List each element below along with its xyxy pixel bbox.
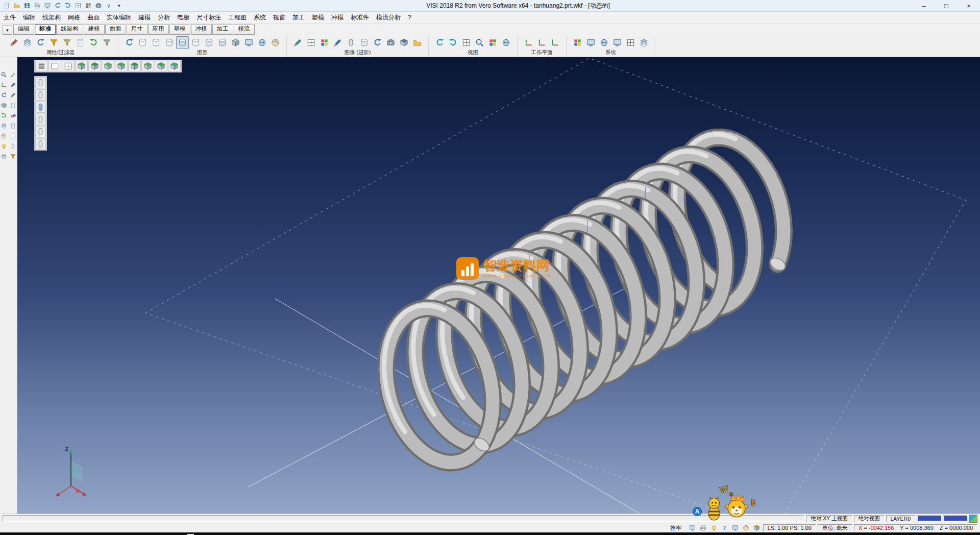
menu-item-11[interactable]: 系统 [250, 12, 270, 23]
clip-tool-icon[interactable] [9, 142, 17, 150]
spring-model[interactable] [370, 134, 788, 475]
minimize-button[interactable]: – [913, 0, 935, 11]
zoom-extents-icon[interactable] [473, 36, 486, 49]
snapshot-icon[interactable] [94, 2, 103, 10]
axes-tool-ic[interactable] [0, 81, 8, 89]
cut-tool-icon[interactable] [9, 71, 17, 79]
panel-tool-icon[interactable] [9, 132, 17, 140]
clip-view-2-button[interactable] [35, 89, 46, 101]
edge-cylinder-icon[interactable] [203, 36, 215, 49]
color-table-icon[interactable] [84, 2, 93, 10]
blue-solid-icon[interactable] [398, 36, 410, 49]
edit-attributes-icon[interactable] [8, 36, 20, 49]
regenerate-icon[interactable] [123, 36, 136, 49]
world-settings-icon[interactable] [598, 36, 610, 49]
help-icon[interactable]: ? [104, 2, 113, 10]
assistant-badge[interactable]: A [693, 507, 702, 516]
advanced-draw-icon[interactable] [291, 36, 304, 49]
clip-view-6-button[interactable] [35, 138, 46, 150]
material-palette-icon[interactable] [269, 36, 282, 49]
filter-edit-icon[interactable] [61, 36, 74, 49]
sheet-tool-icon[interactable] [9, 102, 17, 109]
textured-cylinder-icon[interactable] [216, 36, 229, 49]
previous-view-icon[interactable] [486, 36, 499, 49]
menu-item-16[interactable]: 标准件 [347, 12, 373, 23]
menu-item-18[interactable]: ? [404, 12, 415, 22]
section-box-icon[interactable] [229, 36, 242, 49]
print-icon[interactable] [33, 2, 42, 10]
shade-sphere-icon[interactable] [256, 36, 268, 49]
filter-apply-icon[interactable] [87, 36, 100, 49]
zoom-tool-icon[interactable] [0, 71, 8, 79]
attribute-match-icon[interactable] [34, 36, 47, 49]
raster-grid-icon[interactable] [318, 36, 331, 49]
stack-tool-icon[interactable] [0, 153, 8, 160]
copy-attributes-icon[interactable] [21, 36, 34, 49]
maximize-button[interactable]: □ [935, 0, 958, 11]
filter-tool-icon[interactable] [9, 153, 17, 160]
tab-8[interactable]: 冲模 [191, 24, 212, 35]
top-view-button[interactable] [88, 61, 101, 71]
status-display-icon[interactable] [688, 524, 697, 532]
window-grid-icon[interactable] [74, 2, 83, 10]
clip-view-1-button[interactable] [35, 77, 46, 88]
tab-dropdown-button[interactable]: ▾ [3, 25, 12, 35]
menu-item-17[interactable]: 模流分析 [373, 12, 404, 23]
plot-preview-icon[interactable] [43, 2, 52, 10]
clip-view-4-button[interactable] [35, 114, 46, 125]
workplane-align-icon[interactable] [549, 36, 561, 49]
cad-slab-icon[interactable] [638, 36, 650, 49]
layer-indicator[interactable]: LAYER0 [886, 515, 916, 522]
menu-item-13[interactable]: 加工 [289, 12, 308, 23]
lock-toggle[interactable]: 拴牢 [667, 524, 686, 531]
camera-snapshot-icon[interactable] [384, 36, 397, 49]
right-view-button[interactable] [115, 61, 128, 71]
ghost-cylinder-icon[interactable] [189, 36, 202, 49]
pipe-icon[interactable] [345, 36, 357, 49]
tab-1[interactable]: 标准 [35, 24, 56, 35]
new-file-icon[interactable] [2, 2, 11, 10]
hidden-line-cylinder-icon[interactable] [150, 36, 162, 49]
menu-item-15[interactable]: 冲模 [328, 12, 347, 23]
menu-item-6[interactable]: 建模 [135, 12, 154, 23]
menu-item-3[interactable]: 网格 [64, 12, 84, 23]
monitor-settings-icon[interactable] [611, 36, 624, 49]
menu-item-0[interactable]: 文件 [0, 12, 19, 23]
system-display-icon[interactable] [584, 36, 597, 49]
update-image-icon[interactable] [371, 36, 384, 49]
notes-tool-icon[interactable] [9, 122, 17, 130]
menu-item-12[interactable]: 视窗 [270, 12, 289, 23]
quick-access-dropdown-icon[interactable]: ▾ [114, 2, 124, 10]
tab-6[interactable]: 应用 [148, 24, 169, 35]
multi-window-icon[interactable] [305, 36, 317, 49]
tab-5[interactable]: 尺寸 [127, 24, 148, 35]
render-cylinder-icon[interactable] [358, 36, 371, 49]
viewport-3d[interactable]: Z 智造资料网 WWW.ZHIZAOZILIAO.COM [17, 57, 980, 514]
system-color-table-icon[interactable] [571, 36, 584, 49]
sketch-tool-icon[interactable] [9, 81, 17, 89]
bottom-view-button[interactable] [155, 61, 167, 71]
menu-item-7[interactable]: 分析 [154, 12, 174, 23]
image-gallery-icon[interactable] [411, 36, 424, 49]
menu-item-9[interactable]: 尺寸标注 [193, 12, 225, 23]
tab-7[interactable]: 塑模 [169, 24, 190, 35]
wireframe-cylinder-icon[interactable] [136, 36, 149, 49]
sketch-pen-icon[interactable] [331, 36, 344, 49]
pan-view-icon[interactable] [447, 36, 459, 49]
front-view-button[interactable] [102, 61, 114, 71]
rotate-view-tool-icon[interactable] [0, 91, 8, 99]
view-layout-icon[interactable] [460, 36, 473, 49]
colors-tool-icon[interactable] [0, 132, 8, 140]
tab-3[interactable]: 建模 [84, 24, 105, 35]
edit-tool-icon[interactable] [9, 91, 17, 99]
menu-item-2[interactable]: 线架构 [39, 12, 64, 23]
close-button[interactable]: × [958, 0, 980, 11]
menu-item-8[interactable]: 电极 [174, 12, 193, 23]
iso-view-button[interactable] [75, 61, 88, 71]
tab-4[interactable]: 曲面 [105, 24, 126, 35]
four-view-button[interactable] [62, 61, 75, 71]
menu-item-1[interactable]: 编辑 [19, 12, 39, 23]
menu-item-14[interactable]: 塑模 [308, 12, 328, 23]
clip-view-3-button[interactable] [35, 102, 46, 113]
workplane-icon[interactable] [522, 36, 535, 49]
